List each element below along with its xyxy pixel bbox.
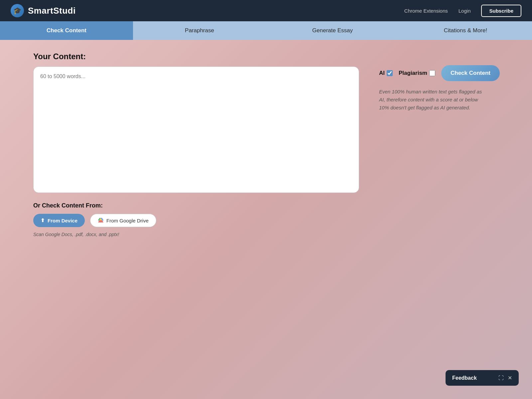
login-link[interactable]: Login [459, 8, 471, 14]
tab-check-content[interactable]: Check Content [0, 21, 133, 40]
check-options: AI Plagiarism Check Content [379, 65, 499, 81]
from-device-button[interactable]: From Device [33, 214, 85, 227]
left-panel: Your Content: Or Check Content From: Fro… [33, 52, 359, 237]
content-textarea[interactable] [33, 66, 359, 193]
navbar: 🎓 SmartStudi Chrome Extensions Login Sub… [0, 0, 532, 21]
logo-icon: 🎓 [11, 4, 24, 17]
check-content-button[interactable]: Check Content [441, 65, 500, 81]
ai-label-text: AI [379, 70, 385, 76]
from-gdrive-label: From Google Drive [106, 218, 149, 223]
file-buttons: From Device From Google Drive [33, 214, 359, 227]
tab-generate-essay[interactable]: Generate Essay [266, 21, 399, 40]
plagiarism-label-text: Plagiarism [399, 70, 427, 76]
disclaimer-text: Even 100% human written text gets flagge… [379, 88, 485, 112]
brand-logo[interactable]: 🎓 SmartStudi [11, 4, 76, 17]
from-google-drive-button[interactable]: From Google Drive [90, 214, 156, 227]
tab-bar: Check Content Paraphrase Generate Essay … [0, 21, 532, 40]
chrome-extensions-link[interactable]: Chrome Extensions [404, 8, 448, 14]
your-content-label: Your Content: [33, 52, 359, 61]
feedback-label: Feedback [452, 375, 492, 381]
feedback-expand-button[interactable]: ⛶ [498, 375, 504, 381]
subscribe-button[interactable]: Subscribe [481, 5, 521, 17]
scan-note: Scan Google Docs, .pdf, .docx, and .pptx… [33, 232, 359, 237]
brand-name: SmartStudi [28, 6, 76, 16]
feedback-widget: Feedback ⛶ ✕ [446, 370, 519, 386]
svg-marker-2 [98, 220, 104, 222]
plagiarism-checkbox[interactable] [429, 70, 435, 76]
ai-option-label[interactable]: AI [379, 70, 393, 76]
from-device-label: From Device [48, 218, 77, 223]
tab-citations-more[interactable]: Citations & More! [399, 21, 532, 40]
navbar-links: Chrome Extensions Login Subscribe [404, 5, 521, 17]
right-panel: AI Plagiarism Check Content Even 100% hu… [379, 52, 499, 237]
tab-paraphrase[interactable]: Paraphrase [133, 21, 266, 40]
ai-checkbox[interactable] [387, 70, 393, 76]
or-check-label: Or Check Content From: [33, 202, 359, 209]
plagiarism-option-label[interactable]: Plagiarism [399, 70, 435, 76]
upload-icon [41, 217, 45, 223]
feedback-icons: ⛶ ✕ [498, 375, 512, 381]
main-content: Your Content: Or Check Content From: Fro… [0, 40, 532, 237]
google-drive-icon [98, 217, 104, 223]
feedback-close-button[interactable]: ✕ [508, 375, 512, 381]
